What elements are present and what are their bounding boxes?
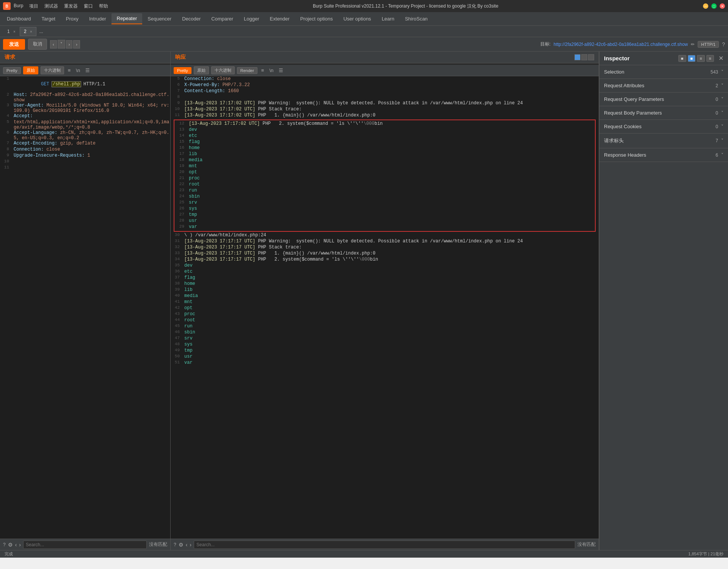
menu-burp[interactable]: Burp [14, 3, 23, 9]
close-tab-2-icon[interactable]: × [30, 30, 32, 34]
response-view-raw[interactable]: 原始 [194, 66, 209, 74]
inspector-section-cookies[interactable]: Request Cookies 0 ˅ [599, 120, 728, 134]
inspector-section-cookies-label: Request Cookies [604, 124, 715, 129]
request-icon3[interactable]: ☰ [84, 67, 91, 74]
response-line-47: 47 srv [171, 336, 599, 342]
request-line-8: 8 Connection: close [0, 147, 170, 153]
tab-project-options[interactable]: Project options [295, 14, 338, 24]
inspector-sort-btn1[interactable]: ≡ [697, 55, 704, 62]
request-nav-fwd-icon[interactable]: › [19, 542, 21, 548]
chevron-down-icon5: ˅ [721, 124, 723, 129]
repeater-tab-more[interactable]: ... [36, 27, 46, 36]
response-view-hex[interactable]: 十六进制 [211, 66, 235, 74]
response-search-input[interactable] [194, 541, 575, 549]
repeater-tab-1[interactable]: 1 × [3, 27, 20, 36]
response-view-pretty[interactable]: Pretty [174, 67, 191, 74]
response-icon2[interactable]: \n [268, 67, 275, 74]
inspector-title: Inspector [604, 55, 675, 61]
tab-dashboard[interactable]: Dashboard [2, 14, 36, 24]
forward-button[interactable]: › [66, 40, 73, 49]
inspector-section-response-headers[interactable]: Response Headers 6 ˅ [599, 148, 728, 162]
inspector-view-btn2[interactable]: ■ [688, 55, 696, 62]
repeater-tab-2[interactable]: 2 × [20, 27, 36, 36]
tab-extender[interactable]: Extender [265, 14, 295, 24]
menu-project[interactable]: 项目 [29, 3, 38, 9]
request-icon1[interactable]: ≡ [66, 67, 72, 74]
maximize-button[interactable]: □ [711, 3, 717, 9]
send-button[interactable]: 发送 [3, 39, 25, 50]
response-line-50: 50 usr [171, 354, 599, 360]
http-method: GET [41, 82, 52, 87]
chevron-down-icon7: ˅ [721, 152, 723, 158]
repeater-tabs: 1 × 2 × ... [0, 26, 728, 37]
response-settings-icon[interactable]: ⚙ [179, 542, 184, 548]
tab-proxy[interactable]: Proxy [61, 14, 84, 24]
request-view-raw[interactable]: 原始 [23, 66, 38, 74]
close-tab-1-icon[interactable]: × [13, 30, 16, 34]
tab-comparer[interactable]: Comparer [206, 14, 238, 24]
menu-scanner[interactable]: 测试器 [44, 3, 58, 9]
help-button[interactable]: ? [722, 41, 725, 47]
response-nav-back-icon[interactable]: ‹ [186, 542, 188, 548]
back-button[interactable]: ‹ [50, 40, 57, 49]
request-search-icon[interactable]: ? [3, 542, 6, 547]
window-title: Burp Suite Professional v2021.12.1 - Tem… [313, 3, 498, 9]
response-icon1[interactable]: ≡ [260, 67, 266, 74]
response-nav-fwd-icon[interactable]: › [190, 542, 191, 548]
response-line-15: 15 flag [175, 139, 594, 145]
request-search-bar: ? ⚙ ‹ › 没有匹配 [0, 539, 170, 550]
dropdown-button[interactable]: ˅ [58, 40, 65, 49]
close-button[interactable]: ✕ [720, 3, 725, 9]
window-controls[interactable]: ─ □ ✕ [703, 3, 725, 9]
chevron-down-icon: ˅ [721, 69, 723, 75]
toolbar: 发送 取消 ‹ ˅ › › 目标: http://2fa2962f-a892-4… [0, 37, 728, 52]
tab-target[interactable]: Target [36, 14, 61, 24]
response-line-22: 22 root [175, 182, 594, 188]
tab-intruder[interactable]: Intruder [84, 14, 111, 24]
tab-shiroscan[interactable]: ShiroScan [400, 14, 433, 24]
tab-logger[interactable]: Logger [238, 14, 264, 24]
inspector-view-btn1[interactable]: ■ [678, 55, 686, 62]
minimize-button[interactable]: ─ [703, 3, 708, 9]
request-search-input[interactable] [23, 541, 147, 549]
inspector-section-query-params[interactable]: Request Query Parameters 0 ˅ [599, 93, 728, 106]
inspector-section-request-headers[interactable]: 请求标头 7 ˅ [599, 134, 728, 148]
inspector-close-button[interactable]: ✕ [719, 55, 723, 62]
response-search-icon[interactable]: ? [174, 542, 176, 547]
tab-repeater[interactable]: Repeater [111, 13, 142, 24]
inspector-section-body-params[interactable]: Request Body Parameters 0 ˅ [599, 106, 728, 120]
response-line-9: 9 [13-Aug-2023 17:17:02 UTC] PHP Warning… [171, 101, 599, 107]
menu-intruder[interactable]: 重发器 [64, 3, 78, 9]
nav-arrows: ‹ ˅ › › [50, 40, 80, 49]
cancel-button[interactable]: 取消 [28, 39, 47, 50]
menu-window[interactable]: 窗口 [84, 3, 93, 9]
inspector-section-resp-headers-label: Response Headers [604, 152, 715, 158]
title-bar-menu[interactable]: Burp 项目 测试器 重发器 窗口 帮助 [14, 3, 108, 9]
request-settings-icon[interactable]: ⚙ [8, 542, 13, 548]
response-code-area[interactable]: 5 Connection: close 6 X-Powered-By: PHP/… [171, 76, 599, 539]
edit-target-icon[interactable]: ✏ [691, 42, 695, 47]
response-line-7: 7 Content-Length: 1660 [171, 88, 599, 94]
menu-help[interactable]: 帮助 [99, 3, 108, 9]
request-code-area[interactable]: 1 GET /shell.php HTTP/1.1 2 Host: 2fa296… [0, 76, 170, 539]
response-line-19: 19 mnt [175, 163, 594, 170]
inspector-section-request-attributes[interactable]: Request Attributes 2 ˅ [599, 79, 728, 93]
request-icon2[interactable]: \n [74, 67, 82, 74]
response-line-49: 49 tmp [171, 348, 599, 354]
inspector-section-selection[interactable]: Selection 543 ˅ [599, 65, 728, 79]
tab-decoder[interactable]: Decoder [177, 14, 206, 24]
request-line-5: 5 text/html,application/xhtml+xml,applic… [0, 119, 170, 130]
request-nav-back-icon[interactable]: ‹ [15, 542, 17, 548]
tab-user-options[interactable]: User options [338, 14, 377, 24]
burp-logo: B [3, 2, 11, 10]
response-search-bar: ? ⚙ ‹ › 没有匹配 [171, 539, 599, 550]
inspector-section-req-headers-label: 请求标头 [604, 137, 715, 144]
inspector-sort-btn2[interactable]: ≡ [706, 55, 714, 62]
response-view-render[interactable]: Render [237, 67, 257, 74]
tab-sequencer[interactable]: Sequencer [142, 14, 177, 24]
request-view-pretty[interactable]: Pretty [3, 67, 21, 74]
forward-button2[interactable]: › [73, 40, 80, 49]
tab-learn[interactable]: Learn [377, 14, 400, 24]
response-icon3[interactable]: ☰ [277, 67, 285, 74]
request-view-hex[interactable]: 十六进制 [41, 66, 64, 74]
